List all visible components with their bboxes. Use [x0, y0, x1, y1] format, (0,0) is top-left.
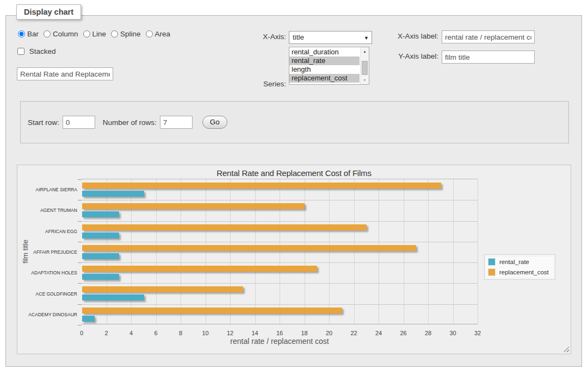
chart-type-bar-radio[interactable]: [18, 30, 25, 37]
chart-type-column[interactable]: Column: [44, 30, 78, 38]
chart-type-spline[interactable]: Spline: [111, 30, 141, 38]
chart-type-spline-radio[interactable]: [111, 30, 118, 37]
bar-rental-rate-adaptation-holes: [82, 274, 119, 280]
series-listbox[interactable]: rental_durationrental_ratelengthreplacem…: [289, 47, 369, 85]
chart-type-label: Spline: [120, 30, 141, 38]
bar-replacement-cost-affair-prejudice: [82, 245, 416, 251]
stacked-checkbox-row[interactable]: Stacked: [17, 47, 56, 55]
bar-rental-rate-academy-dinosaur: [82, 316, 95, 322]
gridline-vertical: [181, 179, 181, 324]
gridline-horizontal: [82, 242, 478, 242]
x-tick-label: 4: [123, 330, 139, 336]
gridline-horizontal: [82, 200, 478, 200]
y-axis-tick: [78, 179, 82, 180]
gridline-horizontal: [82, 221, 478, 222]
stacked-checkbox[interactable]: [17, 48, 24, 55]
scrollbar-thumb[interactable]: [362, 61, 368, 75]
series-option-rental-duration[interactable]: rental_duration: [289, 48, 360, 57]
bar-rental-rate-ace-goldfinger: [82, 294, 144, 300]
x-tick-label: 20: [321, 330, 337, 336]
num-rows-input[interactable]: [160, 116, 193, 129]
gridline-vertical: [478, 179, 478, 324]
chart-type-label: Area: [155, 30, 171, 38]
x-tick-label: 10: [197, 330, 214, 336]
chart-type-line-radio[interactable]: [83, 30, 90, 37]
resize-grip-icon[interactable]: [563, 346, 569, 352]
replacement-cost-swatch: [488, 268, 496, 276]
y-category-label: AIRPLANE SIERRA: [16, 187, 77, 193]
x-axis-prompt: X-Axis:: [234, 33, 286, 41]
chart-type-area[interactable]: Area: [146, 30, 171, 38]
gridline-vertical: [255, 179, 256, 324]
bar-replacement-cost-agent-truman: [82, 203, 305, 209]
chart-type-line[interactable]: Line: [83, 30, 107, 38]
stacked-label: Stacked: [29, 47, 56, 55]
chart-legend: rental_ratereplacement_cost: [484, 254, 555, 280]
x-axis-select[interactable]: title ▼: [289, 31, 372, 44]
y-axis-tick: [78, 325, 82, 325]
chart-type-bar[interactable]: Bar: [18, 30, 39, 38]
series-option-rental-rate[interactable]: rental_rate: [289, 57, 360, 65]
chart-title: Rental Rate and Replacement Cost of Film…: [17, 168, 571, 178]
x-axis-title: rental rate / replacement cost: [82, 337, 478, 346]
gridline-vertical: [453, 179, 454, 324]
chart-type-radiogroup: BarColumnLineSplineArea: [18, 30, 175, 38]
gridline-vertical: [379, 179, 379, 324]
bar-replacement-cost-airplane-sierra: [82, 183, 441, 189]
legend-item-rental-rate: rental_rate: [486, 257, 553, 267]
x-tick-label: 2: [98, 330, 115, 336]
start-row-input[interactable]: [63, 116, 95, 129]
gridline-vertical: [305, 179, 305, 324]
x-tick-label: 8: [172, 330, 189, 336]
y-axis-tick: [78, 262, 82, 263]
chart-title-input[interactable]: [17, 67, 113, 80]
gridline-horizontal: [82, 304, 478, 305]
y-axis-label-prompt: Y-Axis label:: [384, 52, 438, 61]
bar-replacement-cost-african-egg: [82, 224, 367, 230]
x-tick-label: 18: [296, 330, 313, 336]
x-tick-label: 28: [420, 330, 436, 336]
x-axis-label-prompt: X-Axis label:: [384, 32, 438, 41]
scroll-up-icon[interactable]: ▲: [361, 47, 369, 55]
y-axis-tick: [78, 242, 82, 242]
y-category-label: ACADEMY DINOSAUR: [16, 312, 77, 318]
x-axis-selected-value: title: [293, 33, 304, 41]
chart-container: Rental Rate and Replacement Cost of Film…: [17, 165, 571, 354]
gridline-vertical: [107, 179, 107, 324]
series-option-length[interactable]: length: [289, 65, 360, 74]
series-prompt: Series:: [234, 80, 286, 89]
series-option-replacement-cost[interactable]: replacement_cost: [289, 74, 360, 83]
gridline-horizontal: [82, 262, 478, 263]
chart-type-column-radio[interactable]: [44, 30, 51, 37]
y-axis-tick: [78, 221, 82, 222]
panel-title: Display chart: [16, 4, 81, 20]
x-axis-label-input[interactable]: [442, 30, 535, 43]
bar-replacement-cost-academy-dinosaur: [82, 308, 342, 313]
chart-type-label: Column: [53, 30, 78, 38]
legend-label: replacement_cost: [499, 269, 549, 275]
x-tick-label: 26: [395, 330, 412, 336]
legend-item-replacement-cost: replacement_cost: [486, 267, 553, 277]
x-tick-label: 12: [222, 330, 238, 336]
gridline-vertical: [404, 179, 404, 324]
gridline-horizontal: [82, 283, 478, 284]
chart-type-label: Bar: [27, 30, 39, 38]
series-options: rental_durationrental_ratelengthreplacem…: [289, 48, 360, 83]
y-axis-label-input[interactable]: [442, 51, 535, 64]
x-tick-label: 32: [469, 330, 486, 336]
chart-type-area-radio[interactable]: [146, 30, 153, 37]
display-chart-panel: Display chart BarColumnLineSplineArea St…: [5, 15, 582, 367]
y-axis-tick: [78, 304, 82, 305]
bar-replacement-cost-adaptation-holes: [82, 266, 317, 272]
listbox-scrollbar[interactable]: ▲ ▼: [360, 47, 369, 84]
bar-replacement-cost-ace-goldfinger: [82, 286, 243, 292]
y-axis-tick: [78, 283, 82, 284]
gridline-vertical: [131, 179, 132, 324]
scroll-down-icon[interactable]: ▼: [361, 76, 369, 84]
legend-label: rental_rate: [499, 259, 529, 265]
go-button[interactable]: Go: [202, 116, 227, 129]
y-category-label: AFRICAN EGG: [16, 229, 77, 235]
rental-rate-swatch: [488, 258, 496, 266]
y-category-label: ADAPTATION HOLES: [16, 270, 77, 276]
y-category-label: ACE GOLDFINGER: [16, 291, 77, 297]
